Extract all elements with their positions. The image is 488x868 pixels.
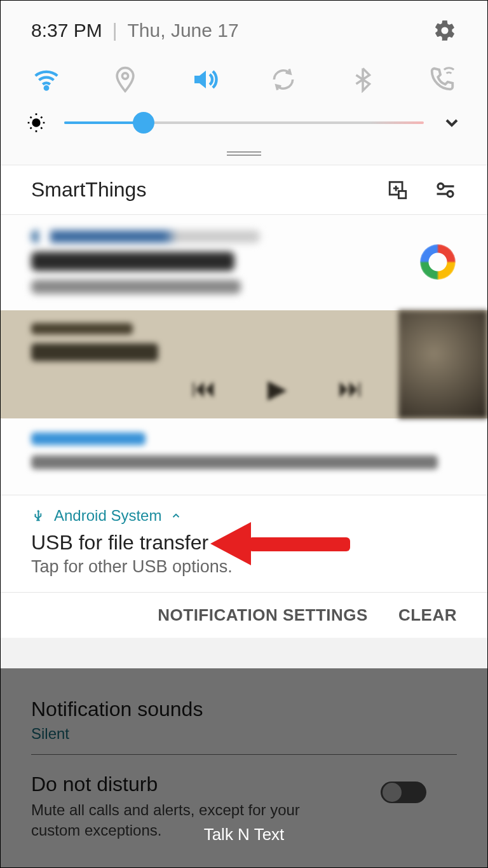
media-controls: ⏮ ▶ ⏭ [191, 374, 363, 403]
dnd-toggle[interactable] [381, 782, 426, 803]
usb-icon [31, 509, 45, 523]
expand-brightness-icon[interactable] [442, 113, 462, 133]
brightness-slider-thumb[interactable] [133, 112, 154, 134]
svg-point-7 [438, 183, 444, 189]
blurred-media-notification: ⏮ ▶ ⏭ [1, 310, 487, 418]
play-icon[interactable]: ▶ [268, 374, 287, 403]
sound-icon[interactable] [189, 64, 220, 95]
wifi-icon[interactable] [31, 64, 62, 95]
clock-date: Thu, June 17 [128, 20, 239, 41]
auto-rotate-icon[interactable] [268, 64, 299, 95]
svg-point-9 [447, 191, 453, 196]
brightness-row [1, 102, 487, 147]
bluetooth-icon[interactable] [348, 64, 378, 95]
next-track-icon[interactable]: ⏭ [338, 374, 363, 403]
usb-app-name: Android System [54, 507, 161, 525]
quick-settings-panel: 8:37 PM | Thu, June 17 [1, 1, 487, 165]
tune-icon[interactable] [434, 179, 457, 202]
svg-point-1 [123, 73, 128, 79]
google-logo-icon [420, 244, 456, 280]
collapse-chevron-icon[interactable] [170, 510, 182, 521]
devices-icon[interactable] [387, 179, 409, 201]
notification-sounds-setting[interactable]: Notification sounds Silent [31, 686, 457, 755]
svg-rect-6 [398, 191, 405, 198]
status-bar: 8:37 PM | Thu, June 17 [1, 1, 487, 49]
brightness-slider-fill [64, 121, 144, 124]
album-art [398, 310, 487, 418]
settings-gear-icon[interactable] [433, 18, 457, 43]
smartthings-row[interactable]: SmartThings [1, 165, 487, 215]
usb-notification[interactable]: Android System USB for file transfer Tap… [1, 495, 487, 592]
svg-point-0 [45, 86, 48, 90]
blurred-notifications: ⏮ ▶ ⏭ [1, 215, 487, 495]
notification-sounds-title: Notification sounds [31, 698, 457, 721]
clear-button[interactable]: CLEAR [398, 605, 457, 625]
previous-track-icon[interactable]: ⏮ [191, 374, 217, 403]
notification-sounds-value: Silent [31, 725, 457, 743]
brightness-icon [26, 113, 46, 133]
blurred-notification-1 [1, 215, 487, 310]
clock-time: 8:37 PM [31, 20, 102, 41]
carrier-label: Talk N Text [204, 825, 285, 844]
annotation-arrow [210, 528, 350, 558]
blurred-notification-3 [1, 418, 487, 495]
notification-actions-row: NOTIFICATION SETTINGS CLEAR [1, 592, 487, 638]
notification-settings-button[interactable]: NOTIFICATION SETTINGS [158, 605, 368, 625]
brightness-slider[interactable] [64, 121, 424, 124]
time-date-separator: | [112, 20, 118, 41]
smartthings-title: SmartThings [31, 178, 362, 202]
drag-handle[interactable] [1, 147, 487, 165]
svg-point-2 [32, 118, 40, 127]
quick-toggles-row [1, 49, 487, 102]
location-icon[interactable] [110, 64, 140, 95]
wifi-calling-icon[interactable] [426, 64, 457, 95]
